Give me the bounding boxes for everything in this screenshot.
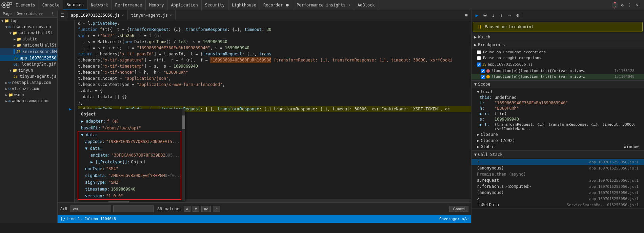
folder-icon: 📁: [4, 19, 9, 23]
tab-sources[interactable]: Sources: [63, 0, 87, 10]
file-tab-app-js[interactable]: app.1697015255056.js ✕: [67, 10, 128, 20]
tree-item-wasm[interactable]: ▶ 📁 wasm: [0, 92, 57, 98]
code-content[interactable]: d = l.privatekey; function f(t){ t = {tr…: [75, 20, 471, 202]
tree-item-fuwu[interactable]: ▼ ⊙ fuwu.nhsa.gov.cn: [0, 24, 57, 30]
file-tab-tinyun[interactable]: tinyun-agent.js ✕: [128, 10, 176, 20]
svg-rect-4: [7, 5, 9, 7]
search-regex-btn[interactable]: .*: [213, 206, 220, 212]
fn-file: app.1697015255056.js:1: [589, 166, 639, 171]
search-next-btn[interactable]: ∨: [193, 206, 199, 212]
bp-entry-text: !function(e){function t(t){for(var n,i,o…: [491, 69, 586, 73]
popup-row: signData: "ZMUk+uGvBx0D3ywfYR+PGM0Ff0...: [78, 172, 185, 179]
callstack-item-srequest[interactable]: s.request app.1697015255056.js:1: [471, 177, 644, 183]
overrides-tab[interactable]: Overrides: [17, 12, 37, 16]
scope-header[interactable]: ▼ Scope: [471, 80, 644, 88]
more-icon[interactable]: ⋮: [627, 2, 632, 8]
step-btn[interactable]: →: [506, 12, 513, 19]
tree-item-v1cnzz[interactable]: ▶ ⊙ v1.cnzz.com: [0, 86, 57, 92]
tree-item-top[interactable]: ▼ 📁 top: [0, 18, 57, 24]
search-find-input[interactable]: [71, 205, 111, 212]
callstack-item-rforeach[interactable]: r.forEach.s.<computed> app.1697015255056…: [471, 183, 644, 190]
tree-item-loading-gif[interactable]: GIF loading@2x.gif: [0, 61, 57, 67]
tab-security[interactable]: Security: [202, 0, 228, 10]
tab-lighthouse[interactable]: Lighthouse: [228, 0, 260, 10]
fn-name: r.forEach.s.<computed>: [477, 184, 531, 189]
step-into-btn[interactable]: ↓: [490, 12, 497, 19]
callstack-item-anon2[interactable]: (anonymous) app.1697015255056.js:1: [471, 190, 644, 196]
scope-item-t: ▶ t: {transformRequest: {…}, transformRe…: [471, 122, 644, 131]
tab-perf-insights[interactable]: Performance insights ⚡: [293, 0, 354, 10]
fn-name: Promise.then (async): [477, 172, 526, 177]
scope-item-this: this: undefined: [471, 95, 644, 100]
scope-section: ▼ Scope ▼ Local this: undefined f: "1699…: [471, 80, 644, 151]
close-icon[interactable]: ✕: [635, 2, 640, 8]
watch-section: ▶ Watch: [471, 33, 644, 41]
js-file-icon: JS: [14, 75, 18, 78]
bp-uncaught-checkbox[interactable]: [477, 50, 481, 54]
tree-item-restapi[interactable]: ▶ ⊙ restapi.amap.com: [0, 79, 57, 86]
resume-btn[interactable]: ▶: [474, 12, 480, 19]
tab-memory[interactable]: Memory: [146, 0, 167, 10]
tree-item-webapi[interactable]: ▶ ⊙ webapi.amap.com: [0, 98, 57, 104]
tree-item-nationalpath[interactable]: ▶ 📁 nationalHallSt/: [0, 42, 57, 48]
callstack-item-fngetdata[interactable]: fnGetData ServiceSearchMo...015255056.js…: [471, 202, 644, 208]
breakpoints-header[interactable]: ▶ Breakpoints: [471, 41, 644, 49]
fn-name: s.request: [477, 178, 499, 183]
tree-item-nationalhallst[interactable]: ▼ 📁 nationalHallSt: [0, 30, 57, 36]
panel-toggle-icon[interactable]: ☰: [60, 13, 65, 18]
callstack-item-z[interactable]: z app.1697015255056.js:1: [471, 196, 644, 202]
search-replace-input[interactable]: [113, 205, 154, 212]
page-tab[interactable]: Page: [3, 12, 12, 16]
callstack-header[interactable]: ▼ Call Stack: [471, 151, 644, 158]
tree-item-tinyun-agent[interactable]: JS tinyun-agent.js: [0, 73, 57, 79]
sidebar-more-icon[interactable]: ⋮: [51, 12, 55, 16]
tab-network[interactable]: Network: [87, 0, 112, 10]
folder-icon: 📁: [8, 93, 13, 97]
search-match-count: 86 matches: [157, 207, 182, 211]
tree-item-servicesearch[interactable]: JS ServiceSearchMod...: [0, 48, 57, 55]
scope-closure2-header: ▶ Closure (7d92): [471, 138, 644, 144]
tree-item-static[interactable]: ▶ 📁 static: [0, 36, 57, 42]
search-case-btn[interactable]: Aa: [201, 206, 210, 212]
tab-console[interactable]: Console: [39, 0, 63, 10]
callstack-item-anon1[interactable]: (anonymous) app.1697015255056.js:1: [471, 165, 644, 171]
scope-closure-header: ▶ Closure: [471, 131, 644, 138]
search-prev-btn[interactable]: ∧: [184, 206, 190, 212]
settings-icon[interactable]: ⚙: [620, 2, 625, 8]
close-tab-btn[interactable]: ✕: [122, 13, 124, 17]
scope-label: Scope: [478, 82, 490, 87]
folder-icon: 📁: [13, 31, 17, 35]
tab-adblock[interactable]: AdBlock: [354, 0, 379, 10]
breakpoints-section: ▶ Breakpoints Pause on uncaught exceptio…: [471, 41, 644, 80]
tab-recorder[interactable]: Recorder ⏺: [260, 0, 293, 10]
tab-toolbar-icons: ⊞: [462, 13, 471, 18]
tab-application[interactable]: Application: [167, 0, 201, 10]
tab-elements[interactable]: Elements: [12, 0, 39, 10]
bp-file-checkbox[interactable]: [477, 62, 481, 67]
scope-item-h: h: "E360FuRh": [471, 106, 644, 111]
callstack-item-promise[interactable]: Promise.then (async): [471, 171, 644, 177]
expand-panel-icon[interactable]: ⊞: [464, 13, 469, 18]
tree-item-tinyun[interactable]: ▼ 📁 tinyun: [0, 67, 57, 73]
popup-row: ▶ adapter: f (e): [78, 118, 185, 125]
search-replace-toggle[interactable]: A↕B: [60, 207, 67, 211]
search-cancel-btn[interactable]: Cancel: [449, 206, 468, 212]
step-out-btn[interactable]: ↑: [498, 12, 505, 19]
watch-header[interactable]: ▶ Watch: [471, 33, 644, 41]
scope-content: ▼ Local this: undefined f: "1699869940E3…: [471, 88, 644, 150]
tab-performance[interactable]: Performance: [112, 0, 146, 10]
watch-label: Watch: [478, 35, 490, 39]
tree-label: tinyun: [18, 68, 33, 73]
bp-entry-checkbox[interactable]: [481, 69, 485, 73]
folder-icon: 📁: [13, 68, 17, 73]
callstack-item-f[interactable]: f app.1697015255056.js:1: [471, 159, 644, 165]
step-over-btn[interactable]: [482, 12, 488, 19]
close-tab-btn[interactable]: ✕: [170, 13, 172, 17]
bp-caught-checkbox[interactable]: [477, 56, 481, 60]
deactivate-btn[interactable]: ⊘: [514, 12, 521, 19]
bp-entry-checkbox[interactable]: [481, 75, 485, 79]
panel-icon: [7, 2, 12, 8]
expand-arrow: ▶: [14, 37, 16, 41]
tree-item-app-js[interactable]: JS app.169701525505...: [0, 55, 57, 61]
expand-arrow: ▶: [14, 43, 16, 47]
